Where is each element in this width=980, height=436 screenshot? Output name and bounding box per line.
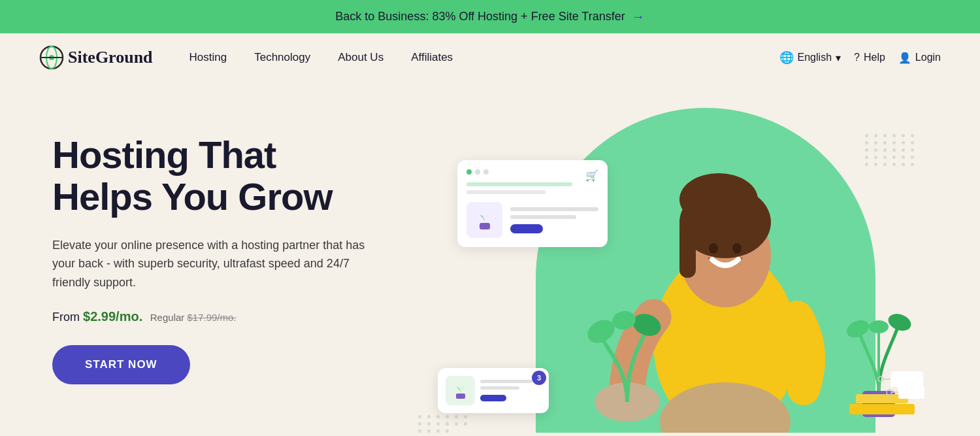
deco-plants-right — [846, 293, 924, 426]
language-label: English — [798, 52, 832, 63]
svg-point-21 — [846, 317, 872, 341]
nav-affiliates[interactable]: Affiliates — [400, 46, 463, 69]
hero-section: Hosting That Helps You Grow Elevate your… — [0, 82, 980, 433]
browser-line-short — [466, 190, 546, 194]
navbar: SiteGround Hosting Technology About Us A… — [0, 33, 980, 82]
logo-icon — [39, 45, 64, 70]
banner-arrow-icon: → — [632, 9, 645, 24]
card-line-2 — [480, 386, 519, 390]
nav-hosting[interactable]: Hosting — [179, 46, 238, 69]
browser-url-line — [466, 182, 572, 186]
price-regular: Regular $17.99/mo. — [150, 312, 237, 323]
dots-bottom-left — [418, 415, 469, 433]
language-selector[interactable]: 🌐 English ▾ — [779, 50, 841, 65]
user-icon: 👤 — [898, 52, 911, 64]
svg-rect-5 — [456, 394, 465, 399]
card-line-1 — [480, 380, 532, 383]
notification-badge: 3 — [532, 371, 546, 385]
promo-banner[interactable]: Back to Business: 83% Off Hosting + Free… — [0, 0, 980, 33]
banner-text: Back to Business: 83% Off Hosting + Free… — [335, 10, 625, 24]
card-btn-mock — [480, 395, 506, 401]
card-text-lines — [480, 380, 532, 401]
svg-rect-24 — [890, 371, 923, 387]
nav-about-us[interactable]: About Us — [327, 46, 394, 69]
svg-rect-11 — [679, 219, 696, 278]
logo-link[interactable]: SiteGround — [39, 45, 153, 70]
browser-content — [466, 202, 598, 238]
price-from-label: From — [52, 310, 80, 324]
hero-description: Elevate your online presence with a host… — [52, 236, 379, 292]
help-button[interactable]: ? Help — [854, 52, 885, 63]
svg-point-13 — [737, 210, 766, 234]
nav-technology[interactable]: Technology — [244, 46, 321, 69]
svg-point-15 — [732, 243, 742, 254]
dots-top-right — [865, 134, 916, 166]
login-label: Login — [915, 52, 941, 63]
price-amount: $2.99/mo. — [83, 309, 146, 324]
svg-point-22 — [886, 311, 913, 334]
svg-rect-27 — [849, 404, 915, 414]
nav-right: 🌐 English ▾ ? Help 👤 Login — [779, 50, 941, 65]
browser-dot-green — [466, 169, 472, 175]
hero-content: Hosting That Helps You Grow Elevate your… — [52, 121, 418, 384]
browser-window-dots — [466, 169, 598, 175]
price-strikethrough: $17.99/mo. — [187, 312, 236, 323]
start-now-button[interactable]: START NOW — [52, 345, 190, 384]
svg-rect-29 — [898, 386, 924, 399]
logo-text: SiteGround — [68, 48, 153, 67]
hero-illustration: 🛒 3 — [418, 121, 928, 433]
help-label: Help — [864, 52, 885, 63]
svg-rect-4 — [480, 223, 490, 229]
add-to-cart-btn-mock — [510, 224, 543, 233]
hero-pricing: From $2.99/mo. Regular $17.99/mo. — [52, 309, 418, 324]
browser-card-bottom: 3 — [438, 368, 549, 413]
small-plant-icon — [446, 376, 475, 405]
browser-dot-2 — [483, 169, 489, 175]
svg-point-14 — [709, 243, 718, 254]
hero-title: Hosting That Helps You Grow — [52, 134, 418, 218]
svg-point-23 — [869, 320, 889, 333]
cart-icon: 🛒 — [585, 169, 598, 182]
browser-dot-1 — [475, 169, 480, 175]
browser-card-top: 🛒 — [457, 160, 608, 247]
plant-product-icon — [466, 202, 502, 238]
help-circle-icon: ? — [854, 52, 860, 63]
nav-links: Hosting Technology About Us Affiliates — [179, 46, 779, 69]
chevron-down-icon: ▾ — [836, 52, 841, 64]
browser-text-content — [510, 207, 598, 233]
text-line-1 — [510, 207, 598, 211]
translate-icon: 🌐 — [779, 50, 794, 65]
text-line-2 — [510, 215, 576, 219]
login-button[interactable]: 👤 Login — [898, 52, 941, 64]
